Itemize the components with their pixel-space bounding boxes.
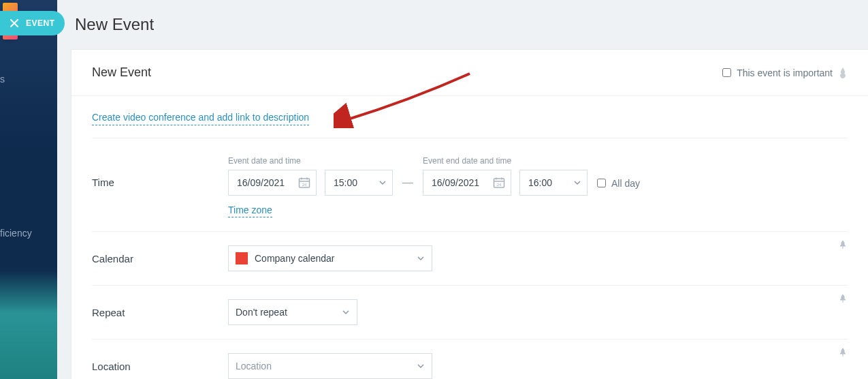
timezone-link[interactable]: Time zone: [228, 204, 272, 218]
all-day-label: All day: [611, 178, 640, 189]
time-row-label: Time: [92, 156, 228, 188]
create-video-link[interactable]: Create video conference and add link to …: [92, 111, 309, 125]
event-tab-label: EVENT: [26, 18, 55, 28]
repeat-selected-value: Don't repeat: [236, 307, 287, 318]
chevron-down-icon: [342, 308, 350, 316]
flame-icon: [838, 67, 848, 78]
location-row: Location Location: [92, 339, 848, 379]
event-form-panel: New Event This event is important Create…: [71, 49, 868, 379]
time-range-dash: —: [393, 177, 423, 196]
panel-title: New Event: [92, 65, 722, 80]
start-date-input[interactable]: 16/09/2021 24: [228, 170, 317, 196]
repeat-select[interactable]: Don't repeat: [228, 299, 357, 325]
page-title: New Event: [75, 15, 154, 34]
important-label: This event is important: [737, 67, 833, 78]
end-datetime-label: Event end date and time: [423, 156, 588, 166]
app-sidebar: s ficiency: [0, 0, 57, 379]
panel-header: New Event This event is important: [71, 50, 868, 96]
event-tab-pill[interactable]: EVENT: [0, 11, 65, 35]
location-select[interactable]: Location: [228, 353, 432, 379]
close-icon[interactable]: [10, 18, 19, 28]
start-datetime-label: Event date and time: [228, 156, 393, 166]
all-day-toggle[interactable]: All day: [597, 178, 640, 196]
end-date-value: 16/09/2021: [432, 177, 479, 188]
calendar-icon: 24: [493, 177, 505, 189]
location-placeholder: Location: [236, 361, 272, 372]
calendar-row: Calendar Company calendar: [92, 232, 848, 286]
end-time-value: 16:00: [528, 177, 552, 188]
calendar-icon: 24: [298, 177, 310, 189]
important-checkbox[interactable]: [722, 68, 731, 77]
chevron-down-icon: [417, 362, 425, 370]
calendar-selected-value: Company calendar: [255, 253, 335, 264]
calendar-color-swatch: [236, 252, 248, 264]
sidebar-background-image: [0, 270, 57, 379]
all-day-checkbox[interactable]: [597, 179, 606, 187]
chevron-down-icon: [573, 179, 581, 187]
end-time-select[interactable]: 16:00: [519, 170, 588, 196]
video-conference-row: Create video conference and add link to …: [92, 96, 848, 138]
pin-icon[interactable]: [838, 348, 848, 357]
calendar-select[interactable]: Company calendar: [228, 245, 432, 271]
start-time-value: 15:00: [334, 177, 357, 188]
svg-text:24: 24: [497, 183, 502, 187]
pin-icon[interactable]: [838, 240, 848, 249]
page-header: New Event: [57, 0, 868, 49]
end-date-input[interactable]: 16/09/2021 24: [423, 170, 511, 196]
chevron-down-icon: [417, 254, 425, 262]
location-row-label: Location: [92, 361, 228, 372]
sidebar-item-fragment: s: [0, 74, 57, 85]
important-toggle[interactable]: This event is important: [722, 67, 848, 78]
svg-text:24: 24: [302, 183, 307, 187]
start-time-select[interactable]: 15:00: [325, 170, 393, 196]
repeat-row: Repeat Don't repeat: [92, 286, 848, 339]
pin-icon[interactable]: [838, 294, 848, 303]
chevron-down-icon: [379, 179, 387, 187]
calendar-row-label: Calendar: [92, 253, 228, 264]
start-date-value: 16/09/2021: [237, 177, 285, 188]
time-row: Time Event date and time 16/09/2021: [92, 138, 848, 232]
repeat-row-label: Repeat: [92, 307, 228, 318]
sidebar-item-fragment: ficiency: [0, 228, 57, 239]
